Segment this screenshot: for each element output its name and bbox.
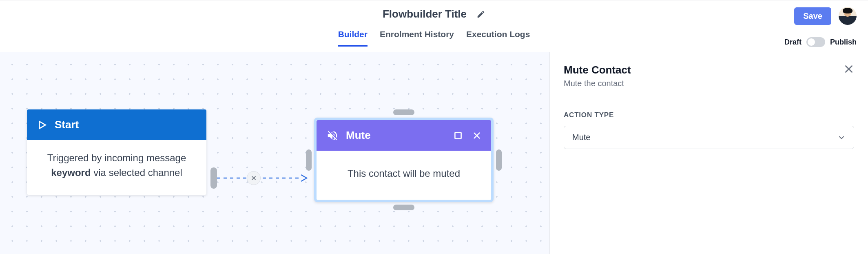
tabs: Builder Enrolment History Execution Logs (0, 29, 868, 47)
node-start-body-keyword: keyword (51, 167, 91, 178)
connector-handle[interactable] (210, 167, 217, 189)
close-icon[interactable] (844, 64, 854, 74)
action-type-value: Mute (572, 133, 590, 142)
publish-toggle[interactable] (806, 37, 825, 47)
node-mute-header[interactable]: Mute (317, 120, 491, 151)
tab-enrolment-history[interactable]: Enrolment History (380, 29, 454, 47)
svg-rect-4 (455, 132, 461, 138)
save-button[interactable]: Save (794, 7, 831, 25)
side-panel-subtitle: Mute the contact (564, 79, 631, 88)
node-start-title: Start (55, 118, 79, 131)
chevron-down-icon (837, 134, 846, 142)
action-type-select[interactable]: Mute (564, 126, 854, 149)
action-type-label: ACTION TYPE (564, 111, 854, 119)
draft-label: Draft (784, 38, 802, 47)
node-mute-title: Mute (346, 129, 371, 142)
side-panel: Mute Contact Mute the contact ACTION TYP… (550, 52, 868, 254)
node-handle-right[interactable] (496, 149, 502, 171)
node-mute[interactable]: Mute This contact will be muted (314, 118, 494, 202)
node-handle-bottom[interactable] (393, 205, 414, 210)
page-title: Flowbuilder Title (383, 8, 467, 20)
node-start-header[interactable]: Start (27, 109, 206, 140)
tab-execution-logs[interactable]: Execution Logs (466, 29, 530, 47)
close-icon (251, 175, 257, 181)
node-start-body-prefix: Triggered by incoming message (47, 152, 186, 163)
node-handle-left[interactable] (306, 149, 312, 171)
mute-icon (326, 129, 339, 142)
publish-label: Publish (830, 38, 857, 47)
node-start[interactable]: Start Triggered by incoming message keyw… (27, 109, 206, 195)
app-header: Flowbuilder Title Builder Enrolment Hist… (0, 0, 868, 52)
edit-icon[interactable] (476, 10, 485, 19)
flow-canvas[interactable]: Start Triggered by incoming message keyw… (0, 52, 550, 254)
node-handle-top[interactable] (393, 109, 414, 115)
node-start-body-suffix: via selected channel (91, 167, 182, 178)
tab-builder[interactable]: Builder (338, 29, 368, 47)
close-icon[interactable] (472, 131, 481, 140)
connector-start-to-mute (210, 170, 308, 186)
avatar[interactable] (839, 7, 857, 25)
play-icon (37, 120, 47, 130)
duplicate-icon[interactable] (453, 130, 463, 141)
side-panel-title: Mute Contact (564, 64, 631, 76)
svg-marker-0 (40, 121, 46, 128)
node-start-body: Triggered by incoming message keyword vi… (27, 140, 206, 195)
node-mute-body: This contact will be muted (317, 151, 491, 200)
connector-delete-button[interactable] (247, 171, 261, 185)
